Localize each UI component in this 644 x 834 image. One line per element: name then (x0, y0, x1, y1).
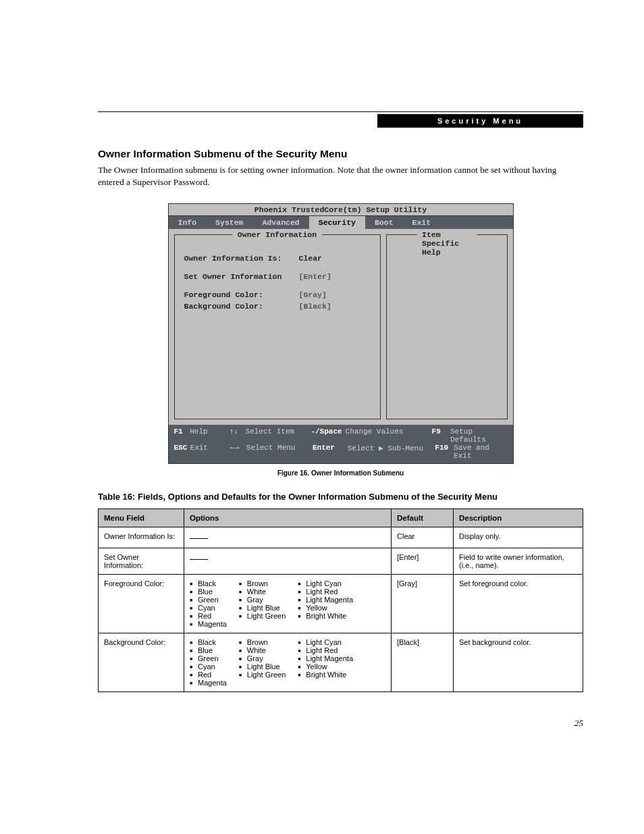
cell-default: [Gray] (392, 574, 454, 633)
table-row: Background Color:BlackBlueGreenCyanRedMa… (99, 633, 583, 692)
cell-description: Field to write owner information, (i.e.,… (454, 548, 583, 574)
bios-tab-system[interactable]: System (206, 216, 252, 229)
bios-key: ↑↓ (230, 427, 246, 444)
bios-help-panel: Item Specific Help (386, 234, 508, 419)
option-item: Light Magenta (298, 654, 353, 662)
bios-key: F10 (435, 444, 454, 460)
option-item: Light Red (298, 588, 353, 596)
bios-screenshot: Phoenix TrustedCore(tm) Setup Utility In… (168, 203, 514, 464)
bios-tab-advanced[interactable]: Advanced (253, 216, 309, 229)
option-item: White (239, 646, 286, 654)
option-item: Black (190, 579, 227, 588)
cell-options: BlackBlueGreenCyanRedMagentaBrownWhiteGr… (184, 633, 392, 692)
table-row: Foreground Color:BlackBlueGreenCyanRedMa… (99, 574, 583, 633)
option-item: Light Blue (239, 662, 286, 671)
cell-description: Set background color. (454, 633, 583, 692)
option-item: Light Magenta (298, 596, 353, 604)
bios-key: -/Space (311, 427, 345, 444)
option-item: Gray (239, 596, 286, 604)
bios-footer: F1 Help ↑↓ Select Item -/Space Change Va… (169, 425, 513, 463)
option-item: Green (190, 596, 227, 604)
cell-menu-field: Foreground Color: (99, 574, 184, 633)
option-item: Red (190, 671, 227, 679)
bios-key-label: Save and Exit (454, 444, 507, 460)
bios-key: Enter (313, 444, 348, 460)
option-item: Black (190, 638, 227, 646)
section-title: Owner Information Submenu of the Securit… (98, 148, 583, 160)
th-options: Options (184, 509, 392, 527)
cell-menu-field: Set Owner Information: (99, 548, 184, 574)
th-description: Description (454, 509, 583, 527)
option-item: Brown (239, 638, 286, 646)
bios-field-value[interactable]: [Enter] (299, 272, 331, 281)
bios-key-label: Help (190, 427, 230, 444)
th-menu: Menu Field (99, 509, 184, 527)
page-number: 25 (98, 718, 583, 729)
bios-tab-security[interactable]: Security (309, 216, 365, 229)
option-item: Light Cyan (298, 579, 353, 588)
option-item: Light Blue (239, 604, 286, 612)
bios-tab-boot[interactable]: Boot (365, 216, 403, 229)
bios-tab-bar: Info System Advanced Security Boot Exit (169, 216, 513, 229)
bios-key: F1 (174, 427, 190, 444)
fields-table: Menu Field Options Default Description O… (98, 509, 583, 692)
cell-menu-field: Background Color: (99, 633, 184, 692)
bios-tab-info[interactable]: Info (169, 216, 207, 229)
option-item: Brown (239, 579, 286, 588)
option-item: Light Green (239, 612, 286, 620)
option-item: Red (190, 612, 227, 620)
bios-field-value[interactable]: [Black] (299, 302, 331, 311)
bios-field-label: Set Owner Information (184, 272, 299, 281)
option-item: Light Red (298, 646, 353, 654)
bios-field-label: Background Color: (184, 302, 299, 311)
option-item: Blue (190, 588, 227, 596)
bios-key: F9 (432, 427, 450, 444)
bios-field-value: Clear (299, 254, 323, 263)
option-item: White (239, 588, 286, 596)
bios-utility-title: Phoenix TrustedCore(tm) Setup Utility (169, 204, 513, 216)
bios-key: ESC (174, 444, 190, 460)
cell-default: [Black] (392, 633, 454, 692)
figure-caption: Figure 16. Owner Information Submenu (98, 469, 583, 477)
bios-field-label: Foreground Color: (184, 290, 299, 299)
option-item: Blue (190, 646, 227, 654)
table-row: Owner Information Is:——ClearDisplay only… (99, 527, 583, 548)
option-item: Magenta (190, 620, 227, 628)
th-default: Default (392, 509, 454, 527)
cell-menu-field: Owner Information Is: (99, 527, 184, 548)
table-row: Set Owner Information:——[Enter]Field to … (99, 548, 583, 574)
option-item: Yellow (298, 662, 353, 671)
bios-key-label: Select Menu (246, 444, 313, 460)
section-header-label: Security Menu (377, 114, 583, 128)
cell-options: —— (184, 527, 392, 548)
cell-options: —— (184, 548, 392, 574)
bios-left-title: Owner Information (232, 230, 322, 239)
bios-tab-exit[interactable]: Exit (403, 216, 441, 229)
option-item: Gray (239, 654, 286, 662)
cell-default: [Enter] (392, 548, 454, 574)
option-item: Green (190, 654, 227, 662)
option-item: Bright White (298, 671, 353, 679)
bios-key-label: Select Item (246, 427, 311, 444)
section-body: The Owner Information submenu is for set… (98, 164, 583, 188)
bios-key-label: Setup Defaults (450, 427, 507, 444)
option-item: Light Cyan (298, 638, 353, 646)
table-title: Table 16: Fields, Options and Defaults f… (98, 492, 583, 502)
option-item: Magenta (190, 679, 227, 687)
option-item: Light Green (239, 671, 286, 679)
cell-options: BlackBlueGreenCyanRedMagentaBrownWhiteGr… (184, 574, 392, 633)
bios-field-value[interactable]: [Gray] (299, 290, 327, 299)
bios-left-panel: Owner Information Owner Information Is: … (174, 234, 381, 419)
cell-default: Clear (392, 527, 454, 548)
option-item: Cyan (190, 604, 227, 612)
bios-field-label: Owner Information Is: (184, 254, 299, 263)
bios-help-title: Item Specific Help (417, 230, 477, 257)
option-item: Cyan (190, 662, 227, 671)
bios-key-label: Exit (190, 444, 230, 460)
bios-key-label: Change Values (346, 427, 432, 444)
option-item: Yellow (298, 604, 353, 612)
cell-description: Set foreground color. (454, 574, 583, 633)
cell-description: Display only. (454, 527, 583, 548)
option-item: Bright White (298, 612, 353, 620)
bios-key: ←→ (230, 444, 246, 460)
